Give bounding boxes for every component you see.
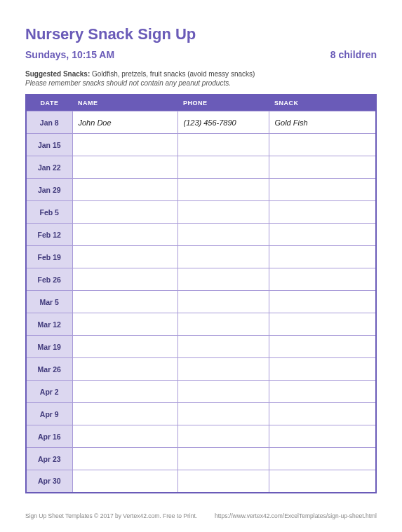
table-row: Apr 2: [26, 381, 376, 403]
snack-cell[interactable]: [269, 336, 376, 358]
table-row: Mar 26: [26, 358, 376, 381]
name-cell[interactable]: [72, 291, 177, 313]
table-row: Feb 12: [26, 224, 376, 246]
phone-cell[interactable]: [177, 179, 269, 201]
signup-table: DATE NAME PHONE SNACK Jan 8John Doe(123)…: [25, 94, 377, 493]
phone-cell[interactable]: [177, 358, 269, 381]
subtitle-time: Sundays, 10:15 AM: [25, 49, 114, 60]
suggested-label: Suggested Snacks:: [25, 70, 90, 78]
phone-cell[interactable]: [177, 381, 269, 403]
date-cell: Feb 5: [26, 201, 72, 224]
phone-cell[interactable]: [177, 448, 269, 470]
snack-cell[interactable]: [269, 425, 376, 448]
snack-cell[interactable]: [269, 358, 376, 381]
date-cell: Feb 19: [26, 246, 72, 268]
table-row: Jan 29: [26, 179, 376, 201]
name-cell[interactable]: [72, 268, 177, 291]
footer-right: https://www.vertex42.com/ExcelTemplates/…: [215, 512, 377, 519]
date-cell: Apr 2: [26, 381, 72, 403]
table-row: Apr 30: [26, 470, 376, 493]
subtitle-count: 8 children: [330, 49, 377, 60]
date-cell: Mar 19: [26, 336, 72, 358]
name-cell[interactable]: [72, 336, 177, 358]
snack-cell[interactable]: [269, 134, 376, 156]
snack-cell[interactable]: [269, 403, 376, 425]
name-cell[interactable]: [72, 224, 177, 246]
phone-cell[interactable]: (123) 456-7890: [177, 111, 269, 134]
table-header-row: DATE NAME PHONE SNACK: [26, 95, 376, 111]
footer: Sign Up Sheet Templates © 2017 by Vertex…: [25, 512, 377, 519]
col-header-name: NAME: [72, 95, 177, 111]
phone-cell[interactable]: [177, 470, 269, 493]
date-cell: Apr 30: [26, 470, 72, 493]
table-row: Feb 5: [26, 201, 376, 224]
snack-cell[interactable]: [269, 156, 376, 179]
suggested-snacks-line: Suggested Snacks: Goldfish, pretzels, fr…: [25, 70, 377, 78]
snack-cell[interactable]: [269, 246, 376, 268]
phone-cell[interactable]: [177, 313, 269, 336]
table-row: Jan 8John Doe(123) 456-7890Gold Fish: [26, 111, 376, 134]
page-title: Nursery Snack Sign Up: [25, 25, 377, 43]
name-cell[interactable]: [72, 448, 177, 470]
col-header-phone: PHONE: [177, 95, 269, 111]
name-cell[interactable]: [72, 313, 177, 336]
snack-cell[interactable]: [269, 179, 376, 201]
col-header-snack: SNACK: [269, 95, 376, 111]
subtitle-row: Sundays, 10:15 AM 8 children: [25, 49, 377, 60]
name-cell[interactable]: [72, 358, 177, 381]
name-cell[interactable]: [72, 381, 177, 403]
name-cell[interactable]: [72, 246, 177, 268]
snack-cell[interactable]: [269, 291, 376, 313]
reminder-text: Please remember snacks should not contai…: [25, 79, 377, 87]
phone-cell[interactable]: [177, 291, 269, 313]
name-cell[interactable]: [72, 134, 177, 156]
phone-cell[interactable]: [177, 201, 269, 224]
snack-cell[interactable]: [269, 313, 376, 336]
name-cell[interactable]: [72, 425, 177, 448]
table-row: Feb 19: [26, 246, 376, 268]
snack-cell[interactable]: [269, 470, 376, 493]
date-cell: Mar 5: [26, 291, 72, 313]
table-row: Mar 12: [26, 313, 376, 336]
phone-cell[interactable]: [177, 403, 269, 425]
name-cell[interactable]: [72, 201, 177, 224]
snack-cell[interactable]: [269, 448, 376, 470]
snack-cell[interactable]: Gold Fish: [269, 111, 376, 134]
table-row: Mar 19: [26, 336, 376, 358]
snack-cell[interactable]: [269, 201, 376, 224]
phone-cell[interactable]: [177, 134, 269, 156]
date-cell: Jan 8: [26, 111, 72, 134]
table-row: Mar 5: [26, 291, 376, 313]
table-row: Apr 16: [26, 425, 376, 448]
snack-cell[interactable]: [269, 381, 376, 403]
name-cell[interactable]: John Doe: [72, 111, 177, 134]
snack-cell[interactable]: [269, 268, 376, 291]
table-row: Jan 15: [26, 134, 376, 156]
phone-cell[interactable]: [177, 336, 269, 358]
phone-cell[interactable]: [177, 268, 269, 291]
phone-cell[interactable]: [177, 156, 269, 179]
date-cell: Feb 26: [26, 268, 72, 291]
table-row: Apr 23: [26, 448, 376, 470]
date-cell: Feb 12: [26, 224, 72, 246]
date-cell: Jan 22: [26, 156, 72, 179]
name-cell[interactable]: [72, 470, 177, 493]
phone-cell[interactable]: [177, 246, 269, 268]
name-cell[interactable]: [72, 156, 177, 179]
phone-cell[interactable]: [177, 224, 269, 246]
suggested-text: Goldfish, pretzels, fruit snacks (avoid …: [90, 70, 255, 78]
name-cell[interactable]: [72, 403, 177, 425]
table-row: Jan 22: [26, 156, 376, 179]
phone-cell[interactable]: [177, 425, 269, 448]
snack-cell[interactable]: [269, 224, 376, 246]
date-cell: Jan 29: [26, 179, 72, 201]
table-row: Feb 26: [26, 268, 376, 291]
footer-left: Sign Up Sheet Templates © 2017 by Vertex…: [25, 512, 197, 519]
date-cell: Apr 9: [26, 403, 72, 425]
date-cell: Mar 26: [26, 358, 72, 381]
table-row: Apr 9: [26, 403, 376, 425]
date-cell: Jan 15: [26, 134, 72, 156]
date-cell: Apr 23: [26, 448, 72, 470]
name-cell[interactable]: [72, 179, 177, 201]
date-cell: Apr 16: [26, 425, 72, 448]
